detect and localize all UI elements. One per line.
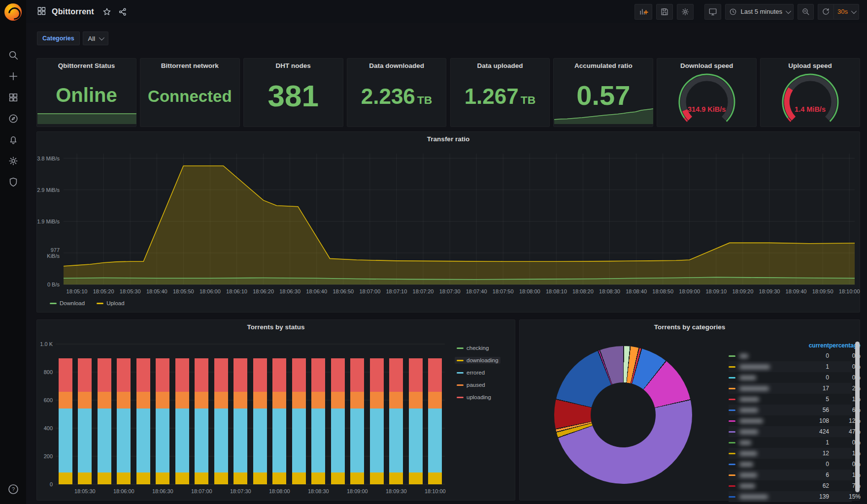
time-range-picker[interactable]: Last 5 minutes bbox=[725, 4, 794, 20]
save-dashboard-button[interactable] bbox=[656, 4, 673, 20]
category-name-blurred bbox=[739, 386, 803, 391]
bar-segment-paused bbox=[350, 392, 364, 409]
alerting-bell-icon[interactable] bbox=[7, 134, 19, 146]
chevron-down-icon bbox=[851, 8, 857, 13]
y-axis-tick: 1.0 K bbox=[37, 341, 53, 347]
table-row: 13915% bbox=[729, 491, 852, 502]
table-row: 566% bbox=[729, 405, 852, 415]
status-bar bbox=[117, 358, 131, 484]
bar-segment-downloading bbox=[350, 472, 364, 484]
panel-title[interactable]: Torrents by categories bbox=[520, 323, 860, 331]
plus-icon[interactable] bbox=[7, 70, 19, 82]
admin-shield-icon[interactable] bbox=[7, 176, 19, 188]
cell-current: 0 bbox=[803, 374, 829, 381]
cell-current: 6 bbox=[803, 472, 829, 478]
bar-segment-downloading bbox=[233, 472, 247, 484]
bar-segment-downloading bbox=[156, 472, 169, 484]
bar-segment-downloading bbox=[370, 472, 384, 484]
bar-segment-paused bbox=[59, 392, 72, 409]
blurred-text bbox=[739, 484, 755, 488]
categories-variable-label[interactable]: Categories bbox=[37, 32, 80, 45]
bar-segment-uploading bbox=[292, 358, 306, 392]
legend-item-upload[interactable]: Upload bbox=[95, 300, 126, 307]
cell-current: 1 bbox=[803, 439, 829, 446]
grafana-logo[interactable] bbox=[4, 3, 22, 21]
explore-compass-icon[interactable] bbox=[7, 113, 19, 125]
transfer-legend: DownloadUpload bbox=[48, 300, 127, 307]
gauge-value: 1.4 MiB/s bbox=[761, 105, 860, 113]
category-name-blurred bbox=[739, 473, 803, 477]
share-icon[interactable] bbox=[118, 7, 127, 16]
blurred-text bbox=[739, 473, 757, 477]
gauge-value: 314.9 KiB/s bbox=[657, 105, 756, 113]
table-row: 627% bbox=[729, 480, 852, 491]
tv-kiosk-button[interactable] bbox=[704, 4, 721, 20]
legend-label: downloading bbox=[467, 357, 499, 363]
bar-segment-uploading bbox=[59, 358, 72, 392]
status-bar bbox=[175, 358, 189, 484]
panel-title[interactable]: DHT nodes bbox=[244, 62, 343, 69]
series-color-dash bbox=[729, 464, 735, 465]
cell-current: 12 bbox=[803, 450, 829, 457]
column-header-current[interactable]: current bbox=[803, 342, 829, 349]
add-panel-button[interactable] bbox=[634, 4, 652, 20]
legend-item-download[interactable]: Download bbox=[48, 300, 87, 307]
legend-item-checking[interactable]: checking bbox=[455, 345, 500, 351]
dashboards-grid-icon[interactable] bbox=[7, 92, 19, 103]
refresh-interval-picker[interactable]: 30s bbox=[834, 4, 859, 20]
y-axis-tick: 3.8 MiB/s bbox=[37, 156, 60, 161]
bar-segment-paused bbox=[331, 392, 345, 409]
blurred-text bbox=[739, 397, 759, 402]
dashboard-settings-button[interactable] bbox=[677, 4, 694, 20]
panel-title[interactable]: Data downloaded bbox=[347, 62, 446, 69]
x-axis-tick: 18:07:30 bbox=[230, 488, 251, 494]
stat-value-text: Connected bbox=[148, 87, 232, 105]
bar-segment-errored bbox=[389, 409, 403, 472]
blurred-text bbox=[739, 495, 768, 499]
blurred-text bbox=[739, 430, 758, 434]
bar-segment-errored bbox=[78, 409, 92, 472]
cell-current: 56 bbox=[803, 407, 829, 413]
series-color-dash bbox=[729, 366, 735, 368]
settings-gear-icon[interactable] bbox=[7, 155, 19, 167]
x-axis-tick: 18:07:30 bbox=[439, 288, 461, 294]
legend-item-downloading[interactable]: downloading bbox=[455, 357, 500, 364]
blurred-text bbox=[739, 376, 756, 380]
panel-title[interactable]: Bittorrent network bbox=[140, 62, 239, 69]
bar-segment-paused bbox=[175, 392, 189, 409]
table-scrollbar[interactable] bbox=[855, 342, 860, 492]
panel-title[interactable]: Accumulated ratio bbox=[554, 62, 653, 69]
bar-segment-uploading bbox=[78, 358, 92, 392]
star-icon[interactable] bbox=[102, 7, 111, 16]
x-axis-tick: 18:06:00 bbox=[200, 288, 221, 294]
bar-segment-paused bbox=[136, 392, 150, 409]
panel-title[interactable]: Download speed bbox=[657, 62, 756, 69]
blurred-text bbox=[739, 365, 770, 369]
x-axis-tick: 18:06:20 bbox=[253, 288, 274, 294]
zoom-out-button[interactable] bbox=[798, 4, 814, 20]
x-axis-tick: 18:06:30 bbox=[279, 288, 300, 294]
refresh-button[interactable] bbox=[818, 4, 834, 20]
series-color-dash bbox=[729, 388, 735, 389]
legend-item-errored[interactable]: errored bbox=[455, 369, 500, 376]
search-icon[interactable] bbox=[7, 49, 19, 61]
status-bar bbox=[350, 358, 364, 484]
bar-segment-errored bbox=[311, 409, 325, 472]
bar-segment-paused bbox=[156, 392, 169, 409]
panel-title[interactable]: Upload speed bbox=[761, 62, 860, 69]
panel-title[interactable]: Qbittorrent Status bbox=[37, 62, 136, 69]
legend-item-uploading[interactable]: uploading bbox=[455, 394, 500, 401]
categories-value-text: All bbox=[88, 35, 95, 42]
legend-item-paused[interactable]: paused bbox=[455, 381, 500, 388]
legend-label: paused bbox=[467, 382, 485, 388]
bar-segment-errored bbox=[233, 409, 247, 472]
categories-variable-value[interactable]: All bbox=[83, 32, 108, 45]
legend-color-dash bbox=[50, 303, 57, 304]
help-icon[interactable]: ? bbox=[7, 483, 19, 495]
dashboard-grid-icon[interactable] bbox=[37, 6, 46, 17]
status-bar bbox=[98, 358, 111, 484]
panel-title[interactable]: Data uploaded bbox=[451, 62, 550, 69]
bar-segment-errored bbox=[350, 409, 364, 472]
x-axis-tick: 18:07:00 bbox=[191, 488, 212, 494]
bar-segment-uploading bbox=[98, 358, 111, 392]
